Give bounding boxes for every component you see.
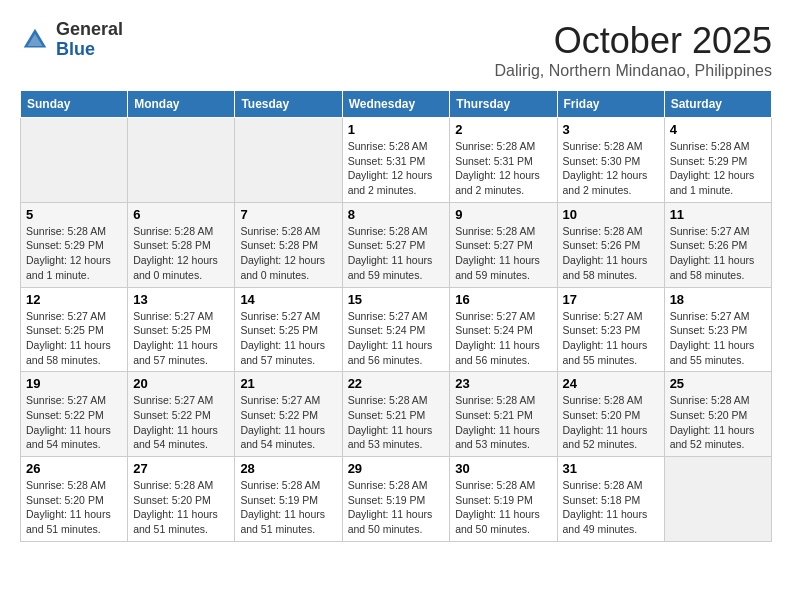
week-row-4: 19Sunrise: 5:27 AMSunset: 5:22 PMDayligh… <box>21 372 772 457</box>
day-number: 30 <box>455 461 551 476</box>
month-title: October 2025 <box>495 20 772 62</box>
day-header-tuesday: Tuesday <box>235 91 342 118</box>
logo-blue-text: Blue <box>56 40 123 60</box>
day-number: 11 <box>670 207 766 222</box>
day-info: Sunrise: 5:28 AMSunset: 5:28 PMDaylight:… <box>240 224 336 283</box>
week-row-2: 5Sunrise: 5:28 AMSunset: 5:29 PMDaylight… <box>21 202 772 287</box>
day-number: 12 <box>26 292 122 307</box>
calendar-cell: 27Sunrise: 5:28 AMSunset: 5:20 PMDayligh… <box>128 457 235 542</box>
day-number: 8 <box>348 207 445 222</box>
day-number: 22 <box>348 376 445 391</box>
calendar-cell: 15Sunrise: 5:27 AMSunset: 5:24 PMDayligh… <box>342 287 450 372</box>
day-info: Sunrise: 5:27 AMSunset: 5:24 PMDaylight:… <box>348 309 445 368</box>
logo-general-text: General <box>56 20 123 40</box>
day-number: 16 <box>455 292 551 307</box>
day-info: Sunrise: 5:28 AMSunset: 5:18 PMDaylight:… <box>563 478 659 537</box>
day-number: 26 <box>26 461 122 476</box>
day-number: 17 <box>563 292 659 307</box>
calendar-cell: 4Sunrise: 5:28 AMSunset: 5:29 PMDaylight… <box>664 118 771 203</box>
calendar-cell: 13Sunrise: 5:27 AMSunset: 5:25 PMDayligh… <box>128 287 235 372</box>
day-info: Sunrise: 5:27 AMSunset: 5:25 PMDaylight:… <box>133 309 229 368</box>
calendar-cell: 14Sunrise: 5:27 AMSunset: 5:25 PMDayligh… <box>235 287 342 372</box>
calendar-cell: 6Sunrise: 5:28 AMSunset: 5:28 PMDaylight… <box>128 202 235 287</box>
calendar-cell: 26Sunrise: 5:28 AMSunset: 5:20 PMDayligh… <box>21 457 128 542</box>
day-info: Sunrise: 5:28 AMSunset: 5:19 PMDaylight:… <box>348 478 445 537</box>
day-info: Sunrise: 5:28 AMSunset: 5:26 PMDaylight:… <box>563 224 659 283</box>
calendar-cell: 10Sunrise: 5:28 AMSunset: 5:26 PMDayligh… <box>557 202 664 287</box>
day-number: 6 <box>133 207 229 222</box>
calendar-cell <box>664 457 771 542</box>
calendar-cell: 12Sunrise: 5:27 AMSunset: 5:25 PMDayligh… <box>21 287 128 372</box>
logo: General Blue <box>20 20 123 60</box>
day-number: 29 <box>348 461 445 476</box>
day-info: Sunrise: 5:27 AMSunset: 5:23 PMDaylight:… <box>563 309 659 368</box>
day-info: Sunrise: 5:27 AMSunset: 5:24 PMDaylight:… <box>455 309 551 368</box>
calendar-cell <box>128 118 235 203</box>
day-info: Sunrise: 5:28 AMSunset: 5:27 PMDaylight:… <box>348 224 445 283</box>
calendar-table: SundayMondayTuesdayWednesdayThursdayFrid… <box>20 90 772 542</box>
day-number: 23 <box>455 376 551 391</box>
day-number: 10 <box>563 207 659 222</box>
day-info: Sunrise: 5:28 AMSunset: 5:20 PMDaylight:… <box>133 478 229 537</box>
calendar-cell: 3Sunrise: 5:28 AMSunset: 5:30 PMDaylight… <box>557 118 664 203</box>
day-info: Sunrise: 5:27 AMSunset: 5:26 PMDaylight:… <box>670 224 766 283</box>
calendar-cell <box>21 118 128 203</box>
calendar-cell: 31Sunrise: 5:28 AMSunset: 5:18 PMDayligh… <box>557 457 664 542</box>
calendar-cell: 7Sunrise: 5:28 AMSunset: 5:28 PMDaylight… <box>235 202 342 287</box>
location-title: Dalirig, Northern Mindanao, Philippines <box>495 62 772 80</box>
day-number: 9 <box>455 207 551 222</box>
day-number: 4 <box>670 122 766 137</box>
calendar-cell: 19Sunrise: 5:27 AMSunset: 5:22 PMDayligh… <box>21 372 128 457</box>
calendar-cell: 30Sunrise: 5:28 AMSunset: 5:19 PMDayligh… <box>450 457 557 542</box>
day-header-wednesday: Wednesday <box>342 91 450 118</box>
day-number: 21 <box>240 376 336 391</box>
calendar-cell: 22Sunrise: 5:28 AMSunset: 5:21 PMDayligh… <box>342 372 450 457</box>
day-info: Sunrise: 5:28 AMSunset: 5:20 PMDaylight:… <box>26 478 122 537</box>
week-row-1: 1Sunrise: 5:28 AMSunset: 5:31 PMDaylight… <box>21 118 772 203</box>
day-info: Sunrise: 5:27 AMSunset: 5:25 PMDaylight:… <box>240 309 336 368</box>
day-info: Sunrise: 5:27 AMSunset: 5:25 PMDaylight:… <box>26 309 122 368</box>
day-info: Sunrise: 5:27 AMSunset: 5:22 PMDaylight:… <box>133 393 229 452</box>
week-row-5: 26Sunrise: 5:28 AMSunset: 5:20 PMDayligh… <box>21 457 772 542</box>
day-info: Sunrise: 5:28 AMSunset: 5:21 PMDaylight:… <box>348 393 445 452</box>
day-info: Sunrise: 5:27 AMSunset: 5:22 PMDaylight:… <box>26 393 122 452</box>
day-header-friday: Friday <box>557 91 664 118</box>
day-number: 7 <box>240 207 336 222</box>
day-number: 13 <box>133 292 229 307</box>
day-info: Sunrise: 5:28 AMSunset: 5:20 PMDaylight:… <box>670 393 766 452</box>
calendar-cell: 18Sunrise: 5:27 AMSunset: 5:23 PMDayligh… <box>664 287 771 372</box>
day-number: 28 <box>240 461 336 476</box>
day-info: Sunrise: 5:27 AMSunset: 5:22 PMDaylight:… <box>240 393 336 452</box>
calendar-cell: 20Sunrise: 5:27 AMSunset: 5:22 PMDayligh… <box>128 372 235 457</box>
day-number: 24 <box>563 376 659 391</box>
day-info: Sunrise: 5:28 AMSunset: 5:27 PMDaylight:… <box>455 224 551 283</box>
day-number: 31 <box>563 461 659 476</box>
calendar-cell: 16Sunrise: 5:27 AMSunset: 5:24 PMDayligh… <box>450 287 557 372</box>
logo-text: General Blue <box>56 20 123 60</box>
calendar-cell <box>235 118 342 203</box>
week-row-3: 12Sunrise: 5:27 AMSunset: 5:25 PMDayligh… <box>21 287 772 372</box>
calendar-cell: 5Sunrise: 5:28 AMSunset: 5:29 PMDaylight… <box>21 202 128 287</box>
day-info: Sunrise: 5:28 AMSunset: 5:31 PMDaylight:… <box>455 139 551 198</box>
day-number: 5 <box>26 207 122 222</box>
day-number: 3 <box>563 122 659 137</box>
day-number: 19 <box>26 376 122 391</box>
title-block: October 2025 Dalirig, Northern Mindanao,… <box>495 20 772 80</box>
logo-icon <box>20 25 50 55</box>
day-info: Sunrise: 5:28 AMSunset: 5:28 PMDaylight:… <box>133 224 229 283</box>
day-header-sunday: Sunday <box>21 91 128 118</box>
day-number: 25 <box>670 376 766 391</box>
day-info: Sunrise: 5:28 AMSunset: 5:20 PMDaylight:… <box>563 393 659 452</box>
calendar-cell: 8Sunrise: 5:28 AMSunset: 5:27 PMDaylight… <box>342 202 450 287</box>
day-header-saturday: Saturday <box>664 91 771 118</box>
day-number: 20 <box>133 376 229 391</box>
calendar-cell: 23Sunrise: 5:28 AMSunset: 5:21 PMDayligh… <box>450 372 557 457</box>
page-header: General Blue October 2025 Dalirig, North… <box>20 20 772 80</box>
day-info: Sunrise: 5:28 AMSunset: 5:19 PMDaylight:… <box>455 478 551 537</box>
calendar-cell: 11Sunrise: 5:27 AMSunset: 5:26 PMDayligh… <box>664 202 771 287</box>
day-number: 15 <box>348 292 445 307</box>
calendar-cell: 2Sunrise: 5:28 AMSunset: 5:31 PMDaylight… <box>450 118 557 203</box>
day-header-monday: Monday <box>128 91 235 118</box>
day-number: 27 <box>133 461 229 476</box>
day-number: 1 <box>348 122 445 137</box>
